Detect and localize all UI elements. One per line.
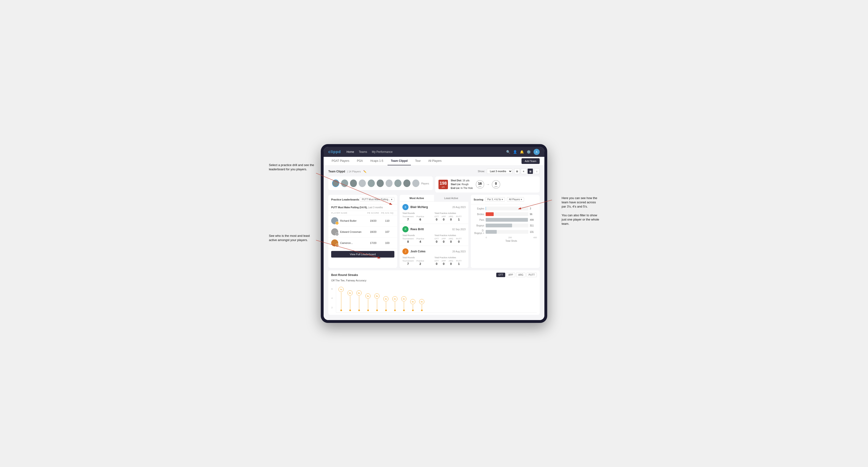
bar-row-eagles: Eagles 3: [474, 207, 537, 210]
streak-dot-group-1: 7x: [338, 284, 344, 311]
bell-icon[interactable]: 🔔: [520, 150, 524, 154]
nav-item-performance[interactable]: My Performance: [372, 150, 393, 154]
streak-dot-group-10: 3x: [419, 284, 424, 311]
view-grid-icon[interactable]: ⊞: [514, 168, 520, 174]
total-rounds-section-3: Total Rounds Tournament 7 Practice: [402, 256, 434, 266]
bar-fill-eagles: [486, 207, 486, 210]
streak-dot-group-2: 6x: [347, 284, 352, 311]
view-card-icon[interactable]: ▦: [527, 168, 533, 174]
apc-avatar-1: B: [402, 204, 408, 210]
apc-name-row-2: R Rees Britt: [402, 226, 424, 232]
sub-nav: PGAT Players PGA Hcaps 1-5 Team Clippd T…: [323, 157, 545, 165]
least-active-toggle[interactable]: Least Active: [434, 195, 468, 201]
bar-row-bogeys: Bogeys 311: [474, 224, 537, 227]
player-avatar-10[interactable]: [412, 180, 420, 187]
practice-activities-section-1: Total Practice Activities OTT 0 APP: [434, 212, 466, 221]
apc-stats-3: Total Rounds Tournament 7 Practice: [402, 256, 466, 266]
scoring-filter-players[interactable]: All Players ▾: [507, 197, 524, 201]
apc-avatar-3: J: [402, 248, 408, 254]
settings-icon[interactable]: ⚙️: [527, 150, 531, 154]
player-avatar-4[interactable]: [359, 180, 366, 187]
active-player-card-2: R Rees Britt 02 Sep 2023 Total Rounds: [400, 224, 468, 246]
nav-item-teams[interactable]: Teams: [359, 150, 367, 154]
apc-stats-2: Total Rounds Tournament 8 Practice: [402, 234, 466, 243]
streak-filter-ott[interactable]: OTT: [496, 273, 505, 277]
app-stat-2: APP 0: [441, 238, 446, 243]
avatar[interactable]: A: [533, 149, 540, 155]
bar-fill-dbogeys: [486, 230, 497, 234]
top-section: Players 198 yds Shot Dist: 16 yds Start …: [328, 177, 540, 192]
player-avatar-1[interactable]: [332, 180, 339, 187]
shot-circles: 16 yds → 0 yds: [476, 180, 500, 189]
streaks-subtitle: Off The Tee, Fairway Accuracy: [331, 279, 537, 282]
lb-badge-gold: 1: [335, 221, 339, 225]
shot-arrow-icon: →: [486, 182, 490, 187]
player-avatar-6[interactable]: [377, 180, 384, 187]
bar-container-birdies: [486, 212, 528, 216]
main-content: Team Clippd | 14 Players ✏️ Show: Last 3…: [323, 165, 545, 320]
apc-header-2: R Rees Britt 02 Sep 2023: [402, 226, 466, 232]
player-avatar-9[interactable]: [403, 180, 410, 187]
shot-circle-2: 0 yds: [492, 180, 500, 189]
tablet-frame: clippd Home Teams My Performance 🔍 👤 🔔 ⚙…: [321, 144, 547, 323]
streak-dot-group-5: 5x: [374, 284, 379, 311]
leaderboards-header: Practice Leaderboards PUTT Must Make Put…: [328, 195, 397, 204]
rounds-row-3: Tournament 7 Practice 2: [402, 260, 434, 266]
edit-team-icon[interactable]: ✏️: [363, 170, 367, 173]
streak-filter-arg[interactable]: ARG: [516, 273, 526, 277]
streak-y-axis: 6 4 2: [331, 284, 333, 312]
player-avatar-7[interactable]: [385, 180, 393, 187]
lb-player-2: 2 Edward Crossman: [331, 228, 366, 236]
view-icons: ⊞ ≡ ▦ ↕: [514, 168, 540, 174]
sub-nav-tour[interactable]: Tour: [412, 157, 424, 165]
sub-nav-team-clippd[interactable]: Team Clippd: [388, 157, 411, 165]
bar-chart: Eagles 3 Birdies: [471, 204, 540, 245]
player-avatar-5[interactable]: [368, 180, 375, 187]
view-list-icon[interactable]: ≡: [521, 168, 526, 174]
add-team-button[interactable]: Add Team: [522, 158, 540, 164]
leaderboards-title: Practice Leaderboards: [331, 198, 359, 201]
show-period-select[interactable]: Last 3 months Last 6 months Last year: [487, 168, 512, 174]
player-count: | 14 Players: [347, 170, 361, 173]
bar-container-eagles: [486, 207, 528, 210]
practice-leaderboards-card: Practice Leaderboards PUTT Must Make Put…: [328, 195, 397, 268]
players-label: Players: [421, 181, 429, 185]
nav-icons: 🔍 👤 🔔 ⚙️ A: [506, 149, 540, 155]
streaks-filters: OTT APP ARG PUTT: [496, 273, 537, 277]
lb-player-3: 3 Cameron...: [331, 239, 366, 247]
leaderboard-dropdown[interactable]: PUTT Must Make Putting... ▾: [360, 197, 394, 201]
most-active-toggle[interactable]: Most Active: [400, 195, 434, 201]
view-full-leaderboard-button[interactable]: View Full Leaderboard: [331, 251, 394, 257]
player-avatar-8[interactable]: [394, 180, 401, 187]
sub-nav-pga[interactable]: PGA: [353, 157, 366, 165]
people-icon[interactable]: 👤: [513, 150, 517, 154]
app-stat-3: APP 0: [441, 260, 446, 266]
most-active-card: Most Active Least Active B Blair McHarg …: [400, 195, 468, 268]
bar-row-dbogeys: D. Bogeys + 131: [474, 229, 537, 235]
total-rounds-section-1: Total Rounds Tournament 7 Practice: [402, 212, 434, 221]
players-row: Players: [328, 177, 433, 190]
active-player-card-3: J Josh Coles 26 Aug 2023 Total Rounds: [400, 246, 468, 268]
sub-nav-hcaps[interactable]: Hcaps 1-5: [367, 157, 386, 165]
scoring-header: Scoring Par 3, 4 & 5s ▾ All Players ▾: [471, 195, 540, 204]
scoring-filter-par[interactable]: Par 3, 4 & 5s ▾: [485, 197, 505, 201]
lb-avatar-1: 1: [331, 217, 338, 224]
lb-avatar-3: 3: [331, 239, 338, 247]
nav-item-home[interactable]: Home: [346, 150, 354, 154]
rounds-row-1: Tournament 7 Practice 6: [402, 215, 434, 221]
sub-nav-pgat[interactable]: PGAT Players: [328, 157, 352, 165]
search-icon[interactable]: 🔍: [506, 150, 510, 154]
bar-row-pars: Pars 499: [474, 218, 537, 222]
team-title: Team Clippd | 14 Players ✏️: [328, 169, 367, 173]
sub-nav-all-players[interactable]: All Players: [425, 157, 445, 165]
player-avatar-2[interactable]: [341, 180, 348, 187]
apc-name-row-3: J Josh Coles: [402, 248, 426, 254]
annotation-top-left: Select a practice drill and see the lead…: [269, 163, 316, 172]
streak-filter-app[interactable]: APP: [506, 273, 515, 277]
tablet-screen: clippd Home Teams My Performance 🔍 👤 🔔 ⚙…: [323, 147, 545, 320]
player-avatar-3[interactable]: [350, 180, 357, 187]
lb-avatar-2: 2: [331, 228, 338, 236]
view-sort-icon[interactable]: ↕: [534, 168, 540, 174]
toggle-header: Most Active Least Active: [400, 195, 468, 201]
streak-filter-putt[interactable]: PUTT: [526, 273, 537, 277]
